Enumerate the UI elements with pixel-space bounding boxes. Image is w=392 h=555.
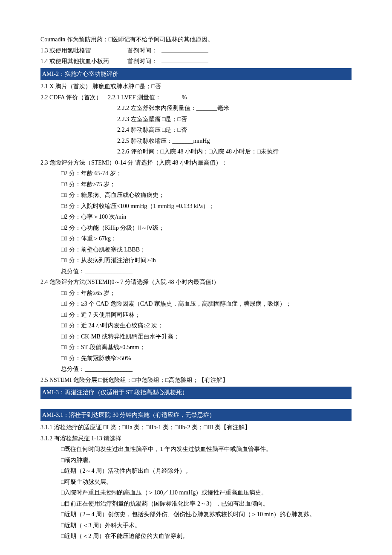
contra-item-6[interactable]: □目前正在使用治疗剂量的抗凝药（国际标准化比率 2～3），已知有出血倾向。 [40, 499, 352, 509]
row-2-2-2: 2.2.2 左室舒张末内径测量值：_______毫米 [40, 103, 352, 114]
contra-item-8[interactable]: □近期（＜3 周）外科大手术。 [40, 520, 352, 531]
stemi-item-1[interactable]: □2 分：年龄 65-74 岁； [40, 168, 352, 179]
row-2-1: 2.1 X 胸片（首次） 肺瘀血或肺水肿 □是；□否 [40, 81, 352, 92]
row-2-2-3: 2.2.3 左室室壁瘤 □是；□否 [40, 114, 352, 125]
row-3-1-1: 3.1.1 溶栓治疗的适应证 □I 类；□IIa 类；□IIb-1 类；□IIb… [40, 422, 352, 433]
row-2-2-1: 2.2.1 LVEF 测量值：_______% [108, 94, 187, 101]
row-2-2-5: 2.2.5 肺动脉收缩压：_______mmHg [40, 136, 352, 147]
time-label-1-4: 首剂时间： [127, 56, 161, 67]
nstemi-item-6[interactable]: □1 分：ST 段偏离基线≥0.5mm； [40, 342, 352, 353]
nstemi-item-5[interactable]: □1 分：CK-MB 或特异性肌钙蛋白水平升高； [40, 332, 352, 342]
label-1-3: 1.3 或使用氯吡格雷 [40, 46, 126, 56]
section-ami-2: AMI-2：实施左心室功能评价 [40, 68, 352, 81]
stemi-item-8[interactable]: □1 分：前壁心肌梗塞或 LBBB； [40, 245, 352, 255]
contra-item-4[interactable]: □可疑主动脉夹层。 [40, 477, 352, 488]
section-ami-3: AMI-3：再灌注治疗（仅适用于 ST 段抬高型心肌梗死） [40, 387, 352, 399]
row-1-3: 1.3 或使用氯吡格雷 首剂时间： [40, 46, 352, 56]
row-2-2-6: 2.2.6 评价时间：□入院 48 小时内；□入院 48 小时后；□未执行 [40, 147, 352, 157]
nstemi-item-3[interactable]: □1 分：近 7 天使用阿司匹林； [40, 310, 352, 321]
stemi-item-3[interactable]: □1 分：糖尿病、高血压或心绞痛病史； [40, 190, 352, 201]
nstemi-item-1[interactable]: □1 分：年龄≥65 岁； [40, 288, 352, 299]
coumadin-note: Coumadin 作为预防用药；□医师记有不给予阿司匹林的其他原因。 [40, 35, 352, 45]
nstemi-item-7[interactable]: □1 分：先前冠脉狭窄≥50% [40, 353, 352, 364]
stemi-item-4[interactable]: □3 分：入院时收缩压<100 mmHg（1 mmHg =0.133 kPa）； [40, 201, 352, 212]
spacer [40, 400, 352, 408]
nstemi-item-4[interactable]: □1 分：近 24 小时内发生心绞痛≥2 次； [40, 321, 352, 331]
contra-item-9[interactable]: □近期（＜2 周）在不能压迫部位的大血管穿刺。 [40, 531, 352, 542]
row-2-3: 2.3 危险评分方法（STEMI）0-14 分 请选择（入院 48 小时内最高值… [40, 158, 352, 168]
time-blank-1-4[interactable] [161, 57, 208, 63]
row-2-2-4: 2.2.4 肺动脉高压 □是；□否 [40, 125, 352, 136]
stemi-item-9[interactable]: □1 分：从发病到再灌注治疗时间>4h [40, 255, 352, 266]
section-ami-3-1: AMI-3.1：溶栓于到达医院 30 分钟内实施（有适应症，无禁忌症） [40, 409, 352, 422]
stemi-item-5[interactable]: □2 分：心率＞100 次/min [40, 212, 352, 223]
row-1-4: 1.4 或使用其他抗血小板药 首剂时间： [40, 56, 352, 67]
label-1-4: 1.4 或使用其他抗血小板药 [40, 56, 126, 67]
time-label-1-3: 首剂时间： [127, 46, 161, 56]
row-3-1-2: 3.1.2 有溶栓禁忌症 1-13 请选择 [40, 434, 352, 444]
row-2-5: 2.5 NSTEMI 危险分层 □低危险组；□中危险组；□高危险组；【有注解】 [40, 375, 352, 386]
row-2-2: 2.2 CDFA 评价（首次） 2.2.1 LVEF 测量值：_______% [40, 92, 352, 103]
time-blank-1-3[interactable] [161, 46, 208, 52]
contra-item-3[interactable]: □近期（2～4 周）活动性内脏出血（月经除外）。 [40, 466, 352, 477]
contra-item-5[interactable]: □入院时严重且未控制的高血压（＞180／110 mmHg）或慢性严重高血压病史。 [40, 488, 352, 498]
nstemi-item-2[interactable]: □1 分：≥3 个 CAD 危险因素（CAD 家族史，高血压，高胆固醇血症，糖尿… [40, 299, 352, 309]
stemi-item-6[interactable]: □2 分：心功能（Killip 分级）Ⅱ～Ⅳ级； [40, 223, 352, 234]
nstemi-total: 总分值：________________ [40, 364, 352, 375]
contra-item-7[interactable]: □近期（2～4 周）创伤史，包括头部外伤、创伤性心肺复苏或较长时间（＞10 mi… [40, 509, 352, 520]
row-2-4: 2.4 危险评分方法(NSTEMI)0～7 分请选择（入院 48 小时内最高值!… [40, 277, 352, 288]
contra-item-2[interactable]: □颅内肿瘤。 [40, 455, 352, 466]
stemi-item-2[interactable]: □3 分：年龄>75 岁； [40, 179, 352, 190]
stemi-total: 总分值：________________ [40, 266, 352, 277]
label-2-2: 2.2 CDFA 评价（首次） [40, 94, 102, 101]
contra-item-1[interactable]: □既往任何时间发生过出血性脑卒中，1 年内发生过缺血性脑卒中或脑血管事件。 [40, 444, 352, 455]
stemi-item-7[interactable]: □1 分：体重＞67kg； [40, 234, 352, 244]
